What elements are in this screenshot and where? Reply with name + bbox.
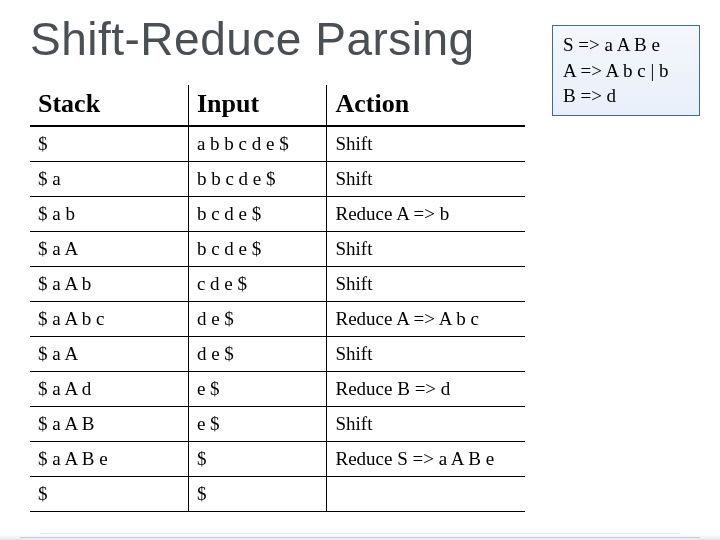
cell-stack: $ (30, 477, 188, 512)
col-header-stack: Stack (30, 85, 188, 126)
table-header-row: Stack Input Action (30, 85, 525, 126)
grammar-box: S => a A B e A => A b c | b B => d (552, 25, 700, 116)
cell-input: c d e $ (188, 267, 327, 302)
cell-action: Shift (327, 126, 525, 162)
parse-table: Stack Input Action $a b b c d e $Shift$ … (30, 85, 525, 512)
cell-action: Reduce S => a A B e (327, 442, 525, 477)
cell-stack: $ a b (30, 197, 188, 232)
table-row: $ a A b cd e $Reduce A => A b c (30, 302, 525, 337)
cell-input: d e $ (188, 302, 327, 337)
table-row: $ a Ab c d e $Shift (30, 232, 525, 267)
cell-stack: $ a A B e (30, 442, 188, 477)
cell-input: $ (188, 442, 327, 477)
cell-input: b c d e $ (188, 232, 327, 267)
table-row: $$ (30, 477, 525, 512)
cell-action: Shift (327, 337, 525, 372)
grammar-line: A => A b c | b (563, 58, 689, 84)
table-body: $a b b c d e $Shift$ ab b c d e $Shift$ … (30, 126, 525, 512)
cell-input: a b b c d e $ (188, 126, 327, 162)
cell-action: Shift (327, 162, 525, 197)
page-title: Shift-Reduce Parsing (30, 12, 475, 66)
table-row: $ a bb c d e $Reduce A => b (30, 197, 525, 232)
cell-stack: $ a A b (30, 267, 188, 302)
cell-stack: $ a A (30, 337, 188, 372)
decorative-underline (0, 520, 720, 540)
grammar-line: S => a A B e (563, 32, 689, 58)
slide: Shift-Reduce Parsing S => a A B e A => A… (0, 0, 720, 540)
table-row: $ a A de $Reduce B => d (30, 372, 525, 407)
cell-stack: $ (30, 126, 188, 162)
table: Stack Input Action $a b b c d e $Shift$ … (30, 85, 525, 512)
table-row: $ ab b c d e $Shift (30, 162, 525, 197)
cell-input: b c d e $ (188, 197, 327, 232)
cell-stack: $ a A B (30, 407, 188, 442)
cell-action: Shift (327, 267, 525, 302)
cell-action: Shift (327, 407, 525, 442)
table-row: $ a A bc d e $Shift (30, 267, 525, 302)
cell-input: e $ (188, 407, 327, 442)
cell-action: Reduce A => A b c (327, 302, 525, 337)
cell-input: d e $ (188, 337, 327, 372)
cell-stack: $ a (30, 162, 188, 197)
cell-action: Reduce B => d (327, 372, 525, 407)
cell-stack: $ a A b c (30, 302, 188, 337)
cell-stack: $ a A (30, 232, 188, 267)
cell-input: b b c d e $ (188, 162, 327, 197)
col-header-input: Input (188, 85, 327, 126)
cell-action (327, 477, 525, 512)
cell-action: Reduce A => b (327, 197, 525, 232)
grammar-line: B => d (563, 83, 689, 109)
cell-input: $ (188, 477, 327, 512)
table-row: $a b b c d e $Shift (30, 126, 525, 162)
table-row: $ a A B e$Reduce S => a A B e (30, 442, 525, 477)
cell-action: Shift (327, 232, 525, 267)
cell-stack: $ a A d (30, 372, 188, 407)
table-row: $ a A Be $Shift (30, 407, 525, 442)
col-header-action: Action (327, 85, 525, 126)
cell-input: e $ (188, 372, 327, 407)
table-row: $ a Ad e $Shift (30, 337, 525, 372)
